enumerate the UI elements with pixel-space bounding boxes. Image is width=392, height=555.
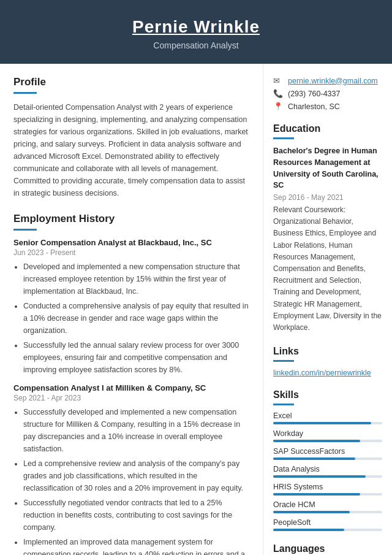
skill-name-2: SAP SuccessFactors <box>273 447 382 456</box>
skill-bar-bg-5 <box>273 511 382 513</box>
skills-section: Skills Excel Workday SAP SuccessFactors … <box>273 389 382 531</box>
skill-bar-fill-6 <box>273 529 344 531</box>
job-bullets-1: Developed and implemented a new compensa… <box>13 261 249 376</box>
contact-phone: 📞 (293) 760-4337 <box>273 89 382 98</box>
job-entry-1: Senior Compensation Analyst at Blackbaud… <box>13 238 249 376</box>
skills-divider <box>273 404 294 405</box>
profile-section-title: Profile <box>13 76 249 88</box>
employment-section: Employment History Senior Compensation A… <box>13 213 249 555</box>
skill-item-2: SAP SuccessFactors <box>273 447 382 460</box>
profile-section: Profile Detail-oriented Compensation Ana… <box>13 76 249 199</box>
skills-list: Excel Workday SAP SuccessFactors Data An… <box>273 411 382 531</box>
skill-item-4: HRIS Systems <box>273 483 382 496</box>
main-content: Profile Detail-oriented Compensation Ana… <box>0 64 392 555</box>
job-title-2: Compensation Analyst I at Milliken & Com… <box>13 383 249 392</box>
candidate-name: Pernie Wrinkle <box>12 17 380 37</box>
skill-name-3: Data Analysis <box>273 465 382 473</box>
job-bullet-2-2: Led a comprehensive review and analysis … <box>23 457 249 494</box>
skill-item-6: PeopleSoft <box>273 518 382 531</box>
skill-bar-fill-4 <box>273 493 360 496</box>
job-bullet-2-1: Successfully developed and implemented a… <box>23 406 249 455</box>
languages-section: Languages English Portuguese <box>273 543 382 555</box>
right-column: ✉ pernie.wrinkle@gmail.com 📞 (293) 760-4… <box>263 64 392 555</box>
edu-dates: Sep 2016 - May 2021 <box>273 193 382 202</box>
skill-bar-bg-0 <box>273 422 382 424</box>
skill-item-1: Workday <box>273 429 382 442</box>
job-bullet-1-3: Successfully led the annual salary revie… <box>23 339 249 376</box>
skill-bar-fill-5 <box>273 511 350 513</box>
skill-bar-fill-2 <box>273 457 355 460</box>
job-title-1: Senior Compensation Analyst at Blackbaud… <box>13 238 249 247</box>
skill-bar-bg-4 <box>273 493 382 496</box>
links-divider <box>273 360 294 362</box>
job-bullet-1-2: Conducted a comprehensive analysis of pa… <box>23 300 249 337</box>
profile-text: Detail-oriented Compensation Analyst wit… <box>13 101 249 199</box>
job-bullet-2-3: Successfully negotiated vendor contracts… <box>23 497 249 534</box>
employment-section-title: Employment History <box>13 213 249 225</box>
contact-email: ✉ pernie.wrinkle@gmail.com <box>273 76 382 85</box>
job-bullet-2-4: Implemented an improved data management … <box>23 536 249 555</box>
skill-name-0: Excel <box>273 411 382 420</box>
skill-bar-bg-3 <box>273 475 382 478</box>
skill-bar-bg-2 <box>273 457 382 460</box>
phone-text: (293) 760-4337 <box>288 90 340 98</box>
skill-name-1: Workday <box>273 429 382 438</box>
skill-item-0: Excel <box>273 411 382 424</box>
skill-name-4: HRIS Systems <box>273 483 382 491</box>
edu-degree: Bachelor's Degree in Human Resources Man… <box>273 145 382 191</box>
location-text: Charleston, SC <box>288 102 340 111</box>
edu-coursework: Relevant Coursework: Organizational Beha… <box>273 204 382 334</box>
candidate-title: Compensation Analyst <box>12 40 380 50</box>
contact-section: ✉ pernie.wrinkle@gmail.com 📞 (293) 760-4… <box>273 76 382 111</box>
left-column: Profile Detail-oriented Compensation Ana… <box>0 64 263 555</box>
contact-location: 📍 Charleston, SC <box>273 102 382 111</box>
skills-title: Skills <box>273 389 382 400</box>
skill-bar-fill-3 <box>273 475 366 478</box>
education-divider <box>273 137 294 139</box>
education-title: Education <box>273 123 382 134</box>
location-icon: 📍 <box>273 102 284 111</box>
job-date-1: Jun 2023 - Present <box>13 248 249 257</box>
skill-name-5: Oracle HCM <box>273 500 382 509</box>
skill-name-6: PeopleSoft <box>273 518 382 527</box>
links-title: Links <box>273 346 382 357</box>
languages-title: Languages <box>273 543 382 554</box>
job-entry-2: Compensation Analyst I at Milliken & Com… <box>13 383 249 555</box>
employment-divider <box>13 229 37 231</box>
profile-divider <box>13 92 37 94</box>
phone-icon: 📞 <box>273 89 284 98</box>
skill-item-3: Data Analysis <box>273 465 382 478</box>
header: Pernie Wrinkle Compensation Analyst <box>0 0 392 64</box>
job-bullet-1-1: Developed and implemented a new compensa… <box>23 261 249 297</box>
linkedin-link[interactable]: linkedin.com/in/perniewrinkle <box>273 369 371 377</box>
skill-bar-fill-0 <box>273 422 371 424</box>
job-date-2: Sep 2021 - Apr 2023 <box>13 394 249 402</box>
skill-item-5: Oracle HCM <box>273 500 382 513</box>
skill-bar-bg-6 <box>273 529 382 531</box>
email-icon: ✉ <box>273 76 284 85</box>
job-bullets-2: Successfully developed and implemented a… <box>13 406 249 555</box>
links-section: Links linkedin.com/in/perniewrinkle <box>273 346 382 377</box>
education-section: Education Bachelor's Degree in Human Res… <box>273 123 382 334</box>
email-link[interactable]: pernie.wrinkle@gmail.com <box>288 77 378 85</box>
skill-bar-bg-1 <box>273 440 382 442</box>
skill-bar-fill-1 <box>273 440 360 442</box>
